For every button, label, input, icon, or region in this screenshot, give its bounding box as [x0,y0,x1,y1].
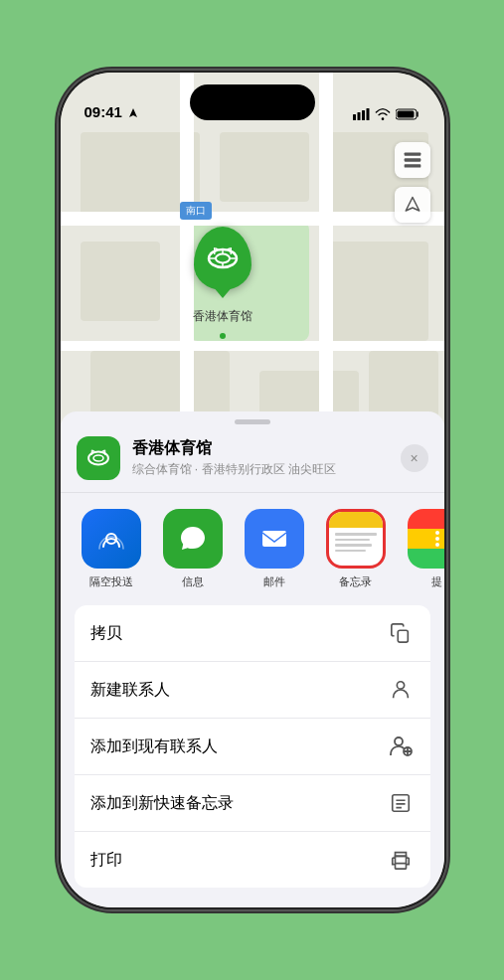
svg-rect-1 [357,112,360,120]
status-time: 09:41 [84,103,122,122]
share-row: 隔空投送 信息 [61,493,444,593]
notes-icon [326,509,386,569]
action-row-print[interactable]: 打印 [75,832,430,888]
action-row-copy[interactable]: 拷贝 [75,605,430,662]
share-item-notes[interactable]: 备忘录 [321,509,391,589]
location-venue-icon [77,436,120,480]
svg-rect-2 [362,110,365,120]
svg-point-28 [435,537,439,541]
map-block-4 [81,242,160,321]
location-header: 香港体育馆 综合体育馆 · 香港特别行政区 油尖旺区 × [61,432,444,493]
person-icon [387,676,415,704]
bottom-sheet: 香港体育馆 综合体育馆 · 香港特别行政区 油尖旺区 × [61,411,444,907]
svg-rect-17 [404,158,420,161]
more-icon [408,509,444,569]
road-h2 [61,341,444,351]
mail-icon [245,509,304,569]
stadium-name-label: 香港体育馆 [193,308,252,325]
action-print-label: 打印 [90,850,387,871]
svg-rect-14 [230,247,232,254]
action-quick-note-label: 添加到新快速备忘录 [90,793,387,814]
wifi-icon [375,108,391,120]
road-h1 [61,212,444,226]
notes-label: 备忘录 [339,574,372,589]
sheet-handle [235,419,270,424]
person-add-glyph [389,735,413,758]
battery-icon [396,108,420,120]
action-new-contact-label: 新建联系人 [90,680,387,701]
svg-point-20 [93,455,103,461]
action-row-existing-contact[interactable]: 添加到现有联系人 [75,719,430,775]
svg-rect-3 [366,108,369,120]
location-info: 香港体育馆 综合体育馆 · 香港特别行政区 油尖旺区 [132,438,401,478]
svg-rect-21 [90,450,91,455]
mail-label: 邮件 [263,574,285,589]
svg-rect-5 [397,111,414,118]
map-block-5 [329,242,428,341]
airdrop-glyph [95,523,127,555]
action-list: 拷贝 新建联系人 [75,605,430,888]
dynamic-island [190,84,315,120]
more-label: 提 [431,574,442,589]
notes-line-1 [335,533,377,536]
location-button[interactable] [395,187,430,223]
location-arrow-icon [127,107,139,119]
svg-rect-26 [262,531,286,547]
phone-frame: 09:41 [59,71,446,909]
svg-rect-40 [395,864,406,870]
svg-rect-16 [404,153,420,156]
location-address: 综合体育馆 · 香港特别行政区 油尖旺区 [132,461,401,478]
map-controls[interactable] [395,142,430,223]
airdrop-label: 隔空投送 [89,574,133,589]
person-glyph [390,679,412,701]
share-item-messages[interactable]: 信息 [158,509,228,589]
action-copy-label: 拷贝 [90,623,387,644]
location-arrow-map-icon [404,196,421,214]
action-row-new-contact[interactable]: 新建联系人 [75,662,430,719]
print-icon [387,846,415,874]
share-item-airdrop[interactable]: 隔空投送 [77,509,146,589]
map-block-2 [220,132,309,202]
status-icons [353,108,420,122]
share-item-more[interactable]: 提 [403,509,444,589]
messages-glyph [176,522,210,556]
mail-glyph [257,522,291,556]
notes-line-2 [335,539,371,542]
svg-rect-0 [353,114,356,120]
notes-top [329,512,383,528]
svg-point-29 [435,543,439,547]
marker-pin [194,227,252,290]
svg-rect-23 [104,450,105,455]
svg-rect-36 [392,795,409,812]
phone-screen: 09:41 [61,73,444,907]
venue-stadium-icon [85,445,111,471]
close-button[interactable]: × [401,444,428,472]
stadium-icon [206,244,240,273]
notes-lines [329,528,383,566]
svg-rect-18 [404,164,420,167]
svg-rect-30 [398,630,408,642]
copy-icon [387,619,415,647]
signal-icon [353,108,370,120]
notes-line-4 [335,550,367,553]
marker-dot [220,333,226,339]
copy-glyph [390,622,412,644]
svg-rect-12 [214,247,216,254]
quick-note-icon [387,789,415,817]
share-item-mail[interactable]: 邮件 [240,509,309,589]
airdrop-icon [82,509,141,569]
print-glyph [390,849,412,871]
location-name: 香港体育馆 [132,438,401,459]
map-layer-icon [403,150,422,170]
action-row-quick-note[interactable]: 添加到新快速备忘录 [75,775,430,832]
map-layer-button[interactable] [395,142,430,178]
stadium-marker: 香港体育馆 [193,227,252,325]
svg-point-7 [216,254,230,263]
svg-point-31 [397,682,404,689]
svg-point-32 [395,737,403,745]
svg-point-27 [435,531,439,535]
more-glyph [427,529,444,549]
messages-label: 信息 [182,574,204,589]
person-add-icon [387,733,415,760]
notes-line-3 [335,544,373,547]
